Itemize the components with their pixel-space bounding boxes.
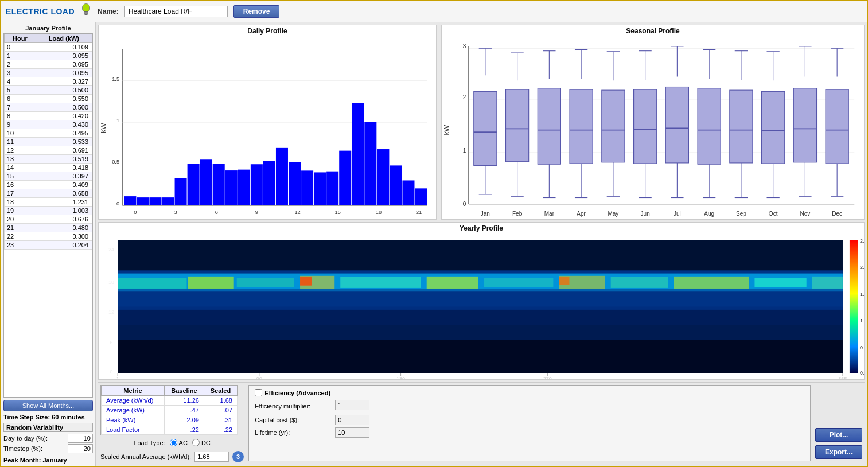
table-row: 70.500 <box>5 103 92 112</box>
eff-capital-label: Capital cost ($): <box>255 417 335 423</box>
seasonal-profile-title: Seasonal Profile <box>442 25 864 37</box>
svg-rect-61 <box>506 89 529 162</box>
svg-text:0.50: 0.50 <box>860 344 864 350</box>
svg-text:Apr: Apr <box>577 211 586 217</box>
svg-text:Jun: Jun <box>641 211 650 217</box>
hour-table-container[interactable]: Hour Load (kW) 00.10910.09520.09530.0954… <box>3 33 93 398</box>
load-type-label: Load Type: <box>134 439 165 446</box>
svg-text:1: 1 <box>116 117 119 123</box>
eff-multiplier-label: Efficiency multiplier: <box>255 403 335 410</box>
dc-radio[interactable] <box>192 439 200 446</box>
table-row: 220.300 <box>5 232 92 241</box>
svg-rect-159 <box>812 277 843 289</box>
bulb-icon <box>80 3 92 20</box>
table-row: 150.397 <box>5 172 92 181</box>
svg-rect-158 <box>754 278 806 287</box>
svg-text:Jul: Jul <box>674 211 681 217</box>
svg-text:0.5: 0.5 <box>112 158 119 165</box>
svg-text:6: 6 <box>215 209 218 215</box>
table-row: 60.550 <box>5 95 92 103</box>
svg-rect-15 <box>188 164 200 205</box>
svg-rect-20 <box>251 164 263 205</box>
svg-text:Jan: Jan <box>481 211 490 217</box>
ac-radio[interactable] <box>170 439 177 446</box>
svg-rect-144 <box>118 340 843 373</box>
plot-button[interactable]: Plot... <box>815 428 862 442</box>
svg-rect-19 <box>238 170 250 205</box>
name-input[interactable] <box>124 6 228 17</box>
svg-rect-12 <box>149 197 161 205</box>
right-main: Daily Profile kW 0 0.5 1 1.5 <box>96 22 867 466</box>
svg-rect-153 <box>427 277 478 289</box>
table-row: 181.231 <box>5 198 92 207</box>
eff-capital-input[interactable] <box>335 415 369 425</box>
day-to-day-row: Day-to-day (%): <box>3 434 93 443</box>
metrics-panel: Metric Baseline Scaled Average (kWh/d)11… <box>100 385 238 435</box>
january-profile-title: January Profile <box>3 25 93 32</box>
timestep-pct-input[interactable] <box>68 444 93 453</box>
content-area: January Profile Hour Load (kW) 00.10910.… <box>1 22 867 466</box>
efficiency-checkbox[interactable] <box>255 389 262 396</box>
svg-rect-22 <box>276 148 288 205</box>
metrics-row: Peak (kW)2.09.31 <box>102 415 238 425</box>
svg-rect-30 <box>377 149 389 205</box>
svg-rect-25 <box>314 172 326 205</box>
svg-text:2.50: 2.50 <box>860 238 864 244</box>
timestep-info: Time Step Size: 60 minutes <box>3 414 93 421</box>
timestep-pct-label: Timestep (%): <box>3 445 42 452</box>
seasonal-chart-container: kW 0 1 2 3 <box>442 37 864 223</box>
yearly-profile-panel: Yearly Profile 0 6 12 18 24 <box>98 222 865 380</box>
table-row: 110.533 <box>5 138 92 146</box>
svg-text:2: 2 <box>463 94 466 100</box>
svg-text:Dec: Dec <box>832 211 842 217</box>
eff-capital-row: Capital cost ($): <box>255 415 804 425</box>
svg-text:Nov: Nov <box>800 211 810 217</box>
svg-text:15: 15 <box>335 209 341 215</box>
svg-text:6: 6 <box>110 340 113 345</box>
svg-rect-31 <box>390 165 402 205</box>
timestep-pct-row: Timestep (%): <box>3 444 93 453</box>
svg-rect-18 <box>225 170 238 205</box>
svg-text:2.00: 2.00 <box>860 264 864 270</box>
svg-rect-28 <box>352 103 364 205</box>
export-button[interactable]: Export... <box>815 445 862 459</box>
col-load: Load (kW) <box>36 34 92 43</box>
svg-text:21: 21 <box>416 209 422 215</box>
svg-rect-148 <box>118 278 186 289</box>
table-row: 191.003 <box>5 207 92 215</box>
eff-lifetime-input[interactable] <box>335 427 369 438</box>
svg-text:0.00: 0.00 <box>860 370 864 376</box>
svg-rect-29 <box>364 122 376 205</box>
scaled-annual-input[interactable] <box>194 452 229 462</box>
table-row: 00.109 <box>5 43 92 52</box>
metrics-row: Load Factor.22.22 <box>102 425 238 435</box>
action-buttons: Plot... Export... <box>815 385 862 461</box>
svg-rect-24 <box>301 170 313 205</box>
table-row: 40.327 <box>5 77 92 86</box>
svg-text:Aug: Aug <box>704 211 714 217</box>
svg-text:12: 12 <box>294 209 300 215</box>
day-to-day-input[interactable] <box>68 434 93 443</box>
bottom-left-top: Metric Baseline Scaled Average (kWh/d)11… <box>100 385 244 435</box>
metrics-row: Average (kWh/d)11.261.68 <box>102 396 238 406</box>
eff-multiplier-input[interactable] <box>335 400 369 410</box>
header-bar: ELECTRIC LOAD Name: Remove <box>1 1 867 22</box>
variability-section: Random Variability Day-to-day (%): Times… <box>3 423 93 454</box>
svg-text:180: 180 <box>396 376 405 379</box>
remove-button[interactable]: Remove <box>233 5 280 18</box>
app-title: ELECTRIC LOAD <box>6 7 75 16</box>
svg-text:Mar: Mar <box>544 211 555 217</box>
svg-text:1.00: 1.00 <box>860 318 864 324</box>
scaled-col-header: Scaled <box>204 386 237 396</box>
bottom-left: Metric Baseline Scaled Average (kWh/d)11… <box>100 385 244 461</box>
svg-text:1.50: 1.50 <box>860 291 864 297</box>
svg-rect-149 <box>188 277 233 289</box>
svg-text:1: 1 <box>116 376 119 379</box>
show-months-button[interactable]: Show All Months... <box>3 400 93 411</box>
scaled-badge: 3 <box>232 451 244 462</box>
svg-rect-13 <box>162 197 174 205</box>
svg-rect-156 <box>611 277 668 288</box>
metric-col-header: Metric <box>102 386 165 396</box>
svg-rect-154 <box>484 278 553 287</box>
yearly-chart-area: 0 6 12 18 24 <box>99 234 864 379</box>
